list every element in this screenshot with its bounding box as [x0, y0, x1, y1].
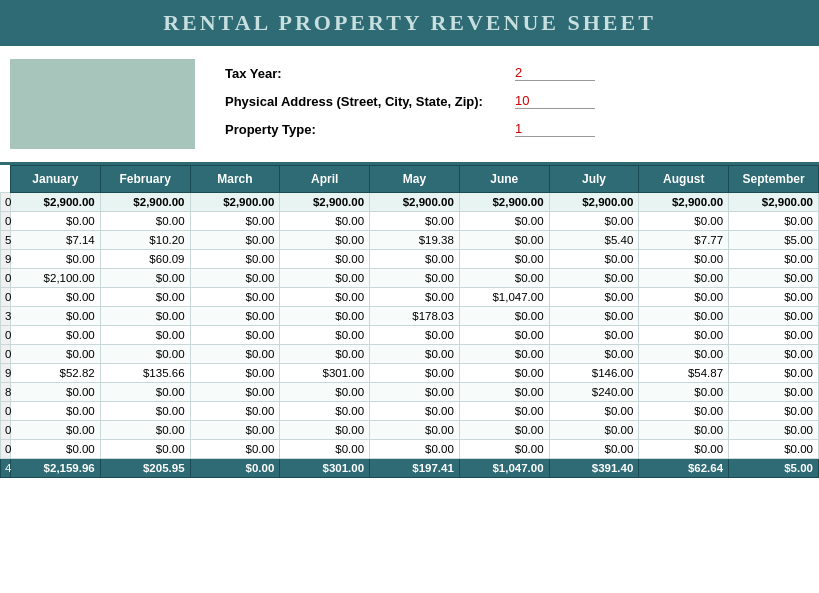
info-fields: Tax Year: 2 Physical Address (Street, Ci… [205, 54, 819, 154]
cell: $0.00 [11, 326, 101, 345]
cell: $0.00 [729, 402, 819, 421]
table-row: 0$0.00$0.00$0.00$0.00$0.00$0.00$0.00$0.0… [1, 326, 819, 345]
table-row: 0$2,100.00$0.00$0.00$0.00$0.00$0.00$0.00… [1, 269, 819, 288]
cell: $0.00 [459, 345, 549, 364]
cell: $0.00 [549, 402, 639, 421]
row-label: 0 [1, 421, 11, 440]
cell: $0.00 [549, 288, 639, 307]
cell: $0.00 [370, 326, 460, 345]
cell: $7.14 [11, 231, 101, 250]
header-march: March [190, 166, 280, 193]
table-row: 9$0.00$60.09$0.00$0.00$0.00$0.00$0.00$0.… [1, 250, 819, 269]
cell: $0.00 [729, 345, 819, 364]
row-label: 0 [1, 269, 11, 288]
cell: $0.00 [190, 402, 280, 421]
property-type-row: Property Type: 1 [225, 121, 799, 137]
cell: $135.66 [100, 364, 190, 383]
cell: $0.00 [190, 250, 280, 269]
cell: $5.00 [729, 231, 819, 250]
cell: $0.00 [190, 364, 280, 383]
cell: $2,900.00 [100, 193, 190, 212]
row-label: 0 [1, 288, 11, 307]
row-label: 8 [1, 383, 11, 402]
cell: $0.00 [280, 402, 370, 421]
cell: $60.09 [100, 250, 190, 269]
cell: $0.00 [459, 250, 549, 269]
cell: $7.77 [639, 231, 729, 250]
cell: $0.00 [11, 421, 101, 440]
cell: $0.00 [459, 402, 549, 421]
cell: $0.00 [11, 402, 101, 421]
cell: $0.00 [549, 421, 639, 440]
cell: $0.00 [100, 269, 190, 288]
cell: $0.00 [370, 288, 460, 307]
info-section: Tax Year: 2 Physical Address (Street, Ci… [0, 46, 819, 165]
cell: $0.00 [280, 440, 370, 459]
cell: $0.00 [280, 231, 370, 250]
cell: $0.00 [190, 326, 280, 345]
cell: $0.00 [459, 269, 549, 288]
row-label: 5 [1, 231, 11, 250]
header-row: January February March April May June Ju… [1, 166, 819, 193]
property-type-label: Property Type: [225, 122, 515, 137]
cell: $0.00 [639, 345, 729, 364]
total-cell: $0.00 [190, 459, 280, 478]
cell: $0.00 [100, 326, 190, 345]
cell: $0.00 [459, 326, 549, 345]
table-row: 0$0.00$0.00$0.00$0.00$0.00$0.00$0.00$0.0… [1, 402, 819, 421]
cell: $0.00 [729, 307, 819, 326]
cell: $0.00 [639, 383, 729, 402]
tax-year-value: 2 [515, 65, 595, 81]
cell: $0.00 [639, 421, 729, 440]
header-april: April [280, 166, 370, 193]
cell: $0.00 [459, 364, 549, 383]
cell: $0.00 [280, 383, 370, 402]
cell: $0.00 [459, 421, 549, 440]
col-label-header [1, 166, 11, 193]
table-row: 0$0.00$0.00$0.00$0.00$0.00$0.00$0.00$0.0… [1, 345, 819, 364]
cell: $0.00 [729, 421, 819, 440]
table-row: 0$0.00$0.00$0.00$0.00$0.00$0.00$0.00$0.0… [1, 212, 819, 231]
cell: $0.00 [190, 212, 280, 231]
cell: $54.87 [639, 364, 729, 383]
cell: $0.00 [459, 212, 549, 231]
cell: $0.00 [280, 250, 370, 269]
cell: $0.00 [370, 421, 460, 440]
cell: $0.00 [11, 212, 101, 231]
cell: $0.00 [280, 326, 370, 345]
cell: $0.00 [370, 269, 460, 288]
cell: $0.00 [729, 383, 819, 402]
cell: $0.00 [190, 345, 280, 364]
cell: $0.00 [11, 250, 101, 269]
table-row: 0$0.00$0.00$0.00$0.00$0.00$1,047.00$0.00… [1, 288, 819, 307]
cell: $0.00 [280, 307, 370, 326]
table-row: 3$0.00$0.00$0.00$0.00$178.03$0.00$0.00$0… [1, 307, 819, 326]
header-january: January [11, 166, 101, 193]
row-label: 0 [1, 212, 11, 231]
cell: $0.00 [370, 250, 460, 269]
spreadsheet: January February March April May June Ju… [0, 165, 819, 478]
cell: $0.00 [370, 364, 460, 383]
cell: $0.00 [100, 383, 190, 402]
address-value: 10 [515, 93, 595, 109]
total-label: 4 [1, 459, 11, 478]
cell: $0.00 [729, 212, 819, 231]
cell: $2,900.00 [459, 193, 549, 212]
cell: $0.00 [459, 383, 549, 402]
cell: $0.00 [100, 307, 190, 326]
tax-year-label: Tax Year: [225, 66, 515, 81]
header-september: September [729, 166, 819, 193]
cell: $0.00 [729, 326, 819, 345]
cell: $0.00 [280, 212, 370, 231]
cell: $0.00 [190, 269, 280, 288]
cell: $0.00 [639, 212, 729, 231]
table-row: 9$52.82$135.66$0.00$301.00$0.00$0.00$146… [1, 364, 819, 383]
cell: $0.00 [729, 364, 819, 383]
row-label: 0 [1, 440, 11, 459]
total-cell: $391.40 [549, 459, 639, 478]
cell: $0.00 [370, 212, 460, 231]
header-may: May [370, 166, 460, 193]
total-cell: $5.00 [729, 459, 819, 478]
address-label: Physical Address (Street, City, State, Z… [225, 94, 515, 109]
cell: $0.00 [549, 440, 639, 459]
